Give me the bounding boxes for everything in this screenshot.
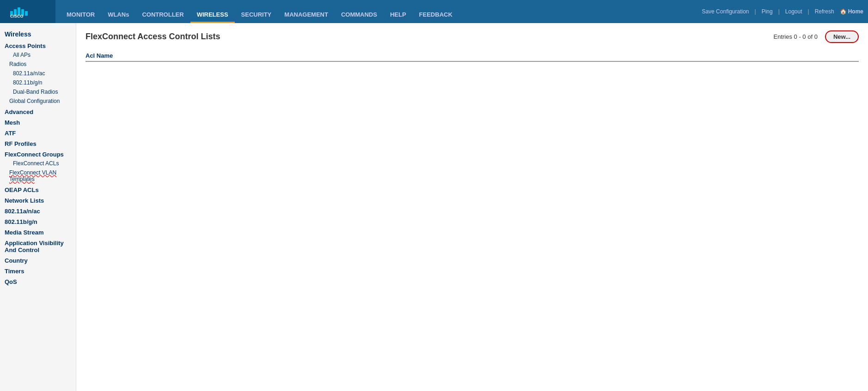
sidebar-item-802-11a-n-ac[interactable]: 802.11a/n/ac xyxy=(0,69,76,78)
nav-item-monitor[interactable]: MONITOR xyxy=(60,0,101,23)
sidebar-group-oeap-acls[interactable]: OEAP ACLs xyxy=(0,184,76,194)
nav-links: MONITORWLANsCONTROLLERWIRELESSSECURITYMA… xyxy=(55,0,697,23)
page-title: FlexConnect Access Control Lists xyxy=(86,32,220,42)
nav-item-security[interactable]: SECURITY xyxy=(235,0,278,23)
sidebar: Wireless Access PointsAll APsRadios802.1… xyxy=(0,23,76,391)
sidebar-item-dual-band-radios[interactable]: Dual-Band Radios xyxy=(0,87,76,96)
save-configuration-link[interactable]: Save Configuration xyxy=(702,8,749,15)
acl-name-column-header: Acl Name xyxy=(86,50,859,61)
content-area: FlexConnect Access Control Lists Entries… xyxy=(76,23,868,391)
sidebar-item-radios[interactable]: Radios xyxy=(0,60,76,69)
cisco-logo: CISCO xyxy=(0,0,55,23)
sidebar-item-all-aps[interactable]: All APs xyxy=(0,50,76,60)
sidebar-group-qos[interactable]: QoS xyxy=(0,276,76,286)
main-layout: Wireless Access PointsAll APsRadios802.1… xyxy=(0,23,868,391)
nav-item-management[interactable]: MANAGEMENT xyxy=(278,0,335,23)
refresh-link[interactable]: Refresh xyxy=(815,8,834,15)
svg-text:CISCO: CISCO xyxy=(10,14,24,18)
sidebar-group-access-points[interactable]: Access Points xyxy=(0,40,76,50)
sidebar-group-flexconnect-groups[interactable]: FlexConnect Groups xyxy=(0,148,76,159)
nav-item-commands[interactable]: COMMANDS xyxy=(335,0,384,23)
sidebar-content: Access PointsAll APsRadios802.11a/n/ac80… xyxy=(0,40,76,286)
sidebar-group-timers[interactable]: Timers xyxy=(0,265,76,276)
nav-item-help[interactable]: HELP xyxy=(384,0,413,23)
sidebar-item-802-11b-g-n[interactable]: 802.11b/g/n xyxy=(0,78,76,87)
nav-item-wlans[interactable]: WLANs xyxy=(101,0,135,23)
sidebar-group-802-11a-n-ac[interactable]: 802.11a/n/ac xyxy=(0,205,76,216)
entries-label: Entries 0 - 0 of 0 xyxy=(774,33,818,40)
sidebar-item-flexconnect-acls[interactable]: FlexConnect ACLs xyxy=(0,159,76,168)
svg-rect-4 xyxy=(25,11,28,16)
nav-item-wireless[interactable]: WIRELESS xyxy=(190,0,235,23)
sidebar-item-global-configuration[interactable]: Global Configuration xyxy=(0,96,76,106)
sidebar-group-country[interactable]: Country xyxy=(0,254,76,265)
sidebar-group-network-lists[interactable]: Network Lists xyxy=(0,194,76,205)
nav-item-feedback[interactable]: FEEDBACK xyxy=(413,0,459,23)
home-link[interactable]: 🏠 Home xyxy=(840,8,863,15)
sidebar-group-application-visibility-and-control[interactable]: Application Visibility And Control xyxy=(0,237,76,254)
sidebar-group-mesh[interactable]: Mesh xyxy=(0,116,76,127)
new-button[interactable]: New... xyxy=(825,30,859,43)
sidebar-group-rf-profiles[interactable]: RF Profiles xyxy=(0,138,76,148)
top-right-actions: Save Configuration | Ping | Logout | Ref… xyxy=(697,0,868,23)
sidebar-group-media-stream[interactable]: Media Stream xyxy=(0,226,76,237)
nav-item-controller[interactable]: CONTROLLER xyxy=(135,0,190,23)
sidebar-group-advanced[interactable]: Advanced xyxy=(0,106,76,116)
sidebar-page-title: Wireless xyxy=(0,27,76,40)
home-icon: 🏠 xyxy=(840,8,847,15)
content-header: FlexConnect Access Control Lists Entries… xyxy=(86,30,859,43)
ping-link[interactable]: Ping xyxy=(762,8,773,15)
content-meta: Entries 0 - 0 of 0 New... xyxy=(774,30,859,43)
sidebar-item-flexconnect-vlan-templates[interactable]: FlexConnect VLAN Templates xyxy=(0,168,76,184)
sidebar-group-atf[interactable]: ATF xyxy=(0,127,76,138)
acl-table: Acl Name xyxy=(86,50,859,62)
topbar: CISCO MONITORWLANsCONTROLLERWIRELESSSECU… xyxy=(0,0,868,23)
sidebar-group-802-11b-g-n[interactable]: 802.11b/g/n xyxy=(0,216,76,226)
logout-link[interactable]: Logout xyxy=(785,8,802,15)
